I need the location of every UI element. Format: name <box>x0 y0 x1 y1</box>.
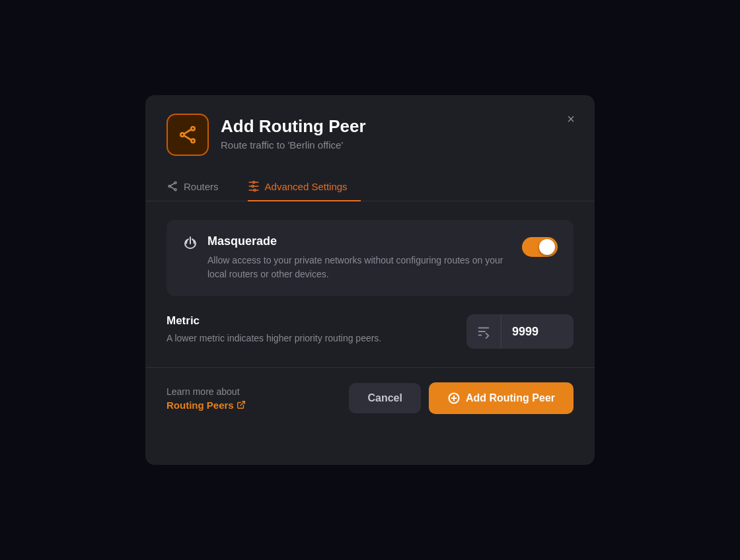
svg-point-18 <box>254 190 256 192</box>
modal-icon <box>166 114 209 156</box>
cancel-button[interactable]: Cancel <box>349 383 420 413</box>
masquerade-title: Masquerade <box>207 234 511 248</box>
metric-input-wrap <box>466 314 574 349</box>
svg-line-3 <box>184 129 192 134</box>
add-routing-peer-button[interactable]: Add Routing Peer <box>429 382 574 414</box>
advanced-tab-icon <box>248 180 260 192</box>
routers-tab-icon <box>166 180 178 192</box>
modal-header: Add Routing Peer Route traffic to 'Berli… <box>145 95 595 156</box>
add-routing-peer-label: Add Routing Peer <box>466 392 555 404</box>
tabs-bar: Routers Advanced Settings <box>145 172 595 201</box>
tab-routers[interactable]: Routers <box>166 172 232 201</box>
metric-left: Metric A lower metric indicates higher p… <box>166 314 381 345</box>
masquerade-toggle[interactable] <box>522 237 558 257</box>
routing-peers-link[interactable]: Routing Peers <box>166 400 246 411</box>
masquerade-icon <box>182 236 198 254</box>
masquerade-left: Masquerade Allow access to your private … <box>182 234 511 281</box>
modal-body: Masquerade Allow access to your private … <box>145 201 595 367</box>
close-button[interactable]: × <box>560 108 581 129</box>
modal-subtitle: Route traffic to 'Berlin office' <box>221 139 366 151</box>
footer-learn-section: Learn more about Routing Peers <box>166 386 246 411</box>
toggle-slider <box>522 237 558 257</box>
svg-line-9 <box>170 187 174 190</box>
tab-routers-label: Routers <box>184 181 219 192</box>
routing-peers-link-label: Routing Peers <box>166 400 234 411</box>
masquerade-text: Masquerade Allow access to your private … <box>207 234 511 281</box>
metric-title: Metric <box>166 314 381 328</box>
tab-advanced-settings[interactable]: Advanced Settings <box>248 172 361 201</box>
svg-line-4 <box>184 135 192 140</box>
sort-icon <box>476 324 491 339</box>
modal-dialog: × Add Routing Peer Route traffic to 'Ber… <box>145 95 595 465</box>
tab-advanced-label: Advanced Settings <box>265 181 348 192</box>
svg-point-17 <box>252 186 254 188</box>
metric-description: A lower metric indicates higher priority… <box>166 332 381 345</box>
add-circle-icon <box>447 392 461 405</box>
metric-section: Metric A lower metric indicates higher p… <box>166 314 574 349</box>
learn-more-text: Learn more about <box>166 386 240 397</box>
masquerade-description: Allow access to your private networks wi… <box>207 254 511 281</box>
modal-title-block: Add Routing Peer Route traffic to 'Berli… <box>221 114 366 151</box>
routing-icon <box>177 124 198 145</box>
external-link-icon <box>237 400 246 409</box>
svg-line-22 <box>240 402 244 405</box>
svg-point-16 <box>252 182 254 184</box>
metric-sort-button[interactable] <box>466 314 501 349</box>
modal-footer: Learn more about Routing Peers Cancel <box>145 367 595 429</box>
svg-line-8 <box>170 184 174 186</box>
modal-overlay: × Add Routing Peer Route traffic to 'Ber… <box>0 0 740 560</box>
modal-title: Add Routing Peer <box>221 116 366 137</box>
masquerade-card: Masquerade Allow access to your private … <box>166 220 574 296</box>
metric-input[interactable] <box>501 314 574 349</box>
footer-actions: Cancel Add Routing Peer <box>349 382 574 414</box>
